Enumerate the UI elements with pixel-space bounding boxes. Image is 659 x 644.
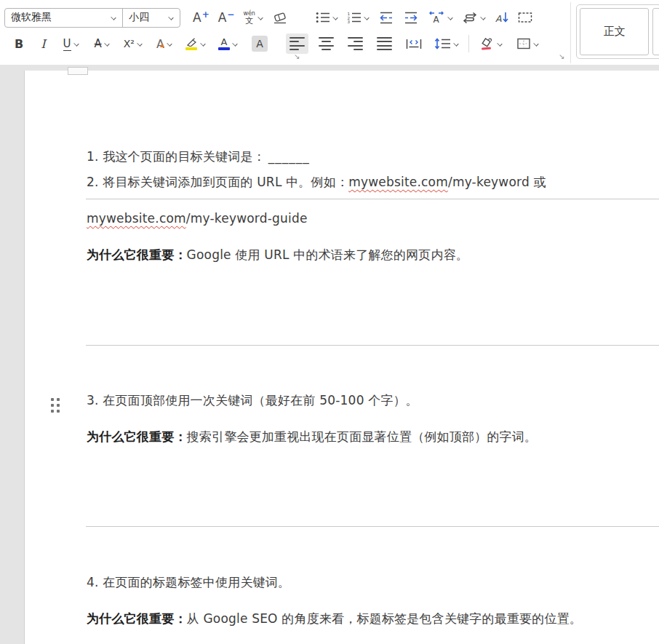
chevron-down-icon (453, 41, 459, 46)
paragraph-drag-handle[interactable] (51, 398, 60, 414)
numbered-list-icon: 1 2 3 (347, 12, 362, 23)
document-page[interactable]: 1. 我这个页面的目标关键词是：______ 2. 将目标关键词添加到页面的 U… (24, 71, 659, 644)
strikethrough-button[interactable]: A (91, 33, 113, 54)
text-effects-button[interactable]: A (153, 33, 176, 54)
increase-indent-icon (403, 12, 419, 24)
underline-icon: U (63, 37, 71, 51)
paragraph-2-why: 为什么它很重要：Google 使用 URL 中的术语来了解您的网页内容。 (87, 246, 468, 263)
shrink-font-icon: A − (218, 12, 235, 24)
highlight-color-button[interactable] (181, 33, 209, 54)
eraser-icon (272, 12, 288, 24)
paragraph-2-line-1: 2. 将目标关键词添加到页面的 URL 中。例如：mywebsite.com/m… (87, 173, 546, 191)
align-center-button[interactable] (315, 33, 338, 54)
grow-font-button[interactable]: A + (189, 7, 213, 28)
sort-icon: A (495, 11, 509, 24)
horizontal-rule (86, 345, 659, 346)
align-right-button[interactable] (344, 33, 367, 54)
align-left-icon (289, 37, 305, 50)
clear-formatting-button[interactable] (268, 7, 292, 28)
chevron-down-icon (111, 15, 116, 20)
ribbon-row-font: 微软雅黑 小四 A + A − (4, 7, 537, 28)
borders-button[interactable] (513, 33, 543, 54)
paragraph-dialog-launcher-icon[interactable]: ↘ (559, 53, 564, 60)
chevron-down-icon (73, 41, 79, 46)
style-item-next[interactable] (652, 8, 659, 55)
highlighter-icon (185, 38, 198, 50)
bullet-list-icon (316, 12, 330, 23)
group-separator (468, 35, 469, 52)
font-color-button[interactable]: A (215, 33, 241, 54)
spellcheck-underlined-text: mywebsite.com (348, 175, 448, 189)
sort-button[interactable]: A (491, 7, 513, 28)
character-shading-button[interactable]: A (248, 33, 271, 54)
paint-bucket-icon (479, 37, 495, 50)
align-center-icon (319, 37, 334, 50)
bold-button[interactable]: B (11, 33, 27, 54)
align-left-button[interactable] (286, 33, 308, 54)
paragraph-3: 3. 在页面顶部使用一次关键词（最好在前 50-100 个字）。 (87, 391, 418, 409)
horizontal-rule (86, 199, 659, 199)
chevron-down-icon (232, 41, 238, 46)
font-dialog-launcher-icon[interactable]: ↘ (294, 53, 300, 60)
ribbon-row-format: B I U A X² A (4, 33, 543, 55)
strikethrough-icon: A (95, 37, 102, 50)
chevron-down-icon (447, 15, 453, 20)
chevron-down-icon (167, 41, 172, 46)
superscript-button[interactable]: X² (120, 33, 146, 54)
shrink-font-button[interactable]: A − (215, 7, 239, 28)
chevron-down-icon (533, 41, 539, 46)
character-scale-icon: A (428, 11, 445, 24)
formatting-ribbon: 微软雅黑 小四 A + A − (0, 0, 659, 65)
chevron-down-icon (168, 15, 174, 20)
svg-text:A: A (495, 13, 502, 24)
font-size-value: 小四 (129, 11, 149, 24)
underline-button[interactable]: U (60, 33, 83, 54)
fill-in-blank: ______ (268, 149, 310, 164)
swap-arrows-icon (462, 12, 478, 24)
character-scale-button[interactable]: A (424, 7, 457, 28)
document-canvas-background: 1. 我这个页面的目标关键词是：______ 2. 将目标关键词添加到页面的 U… (0, 65, 659, 644)
align-right-icon (348, 37, 363, 50)
chevron-down-icon (497, 41, 503, 46)
frame-icon (518, 12, 532, 23)
bullet-list-button[interactable] (312, 7, 342, 28)
page-top-margin-marker[interactable] (68, 67, 88, 75)
character-shading-icon: A (252, 36, 268, 52)
chevron-down-icon (332, 15, 338, 20)
font-name-value: 微软雅黑 (11, 11, 52, 24)
font-combo-group: 微软雅黑 小四 (4, 8, 180, 28)
grow-font-icon: A + (193, 12, 209, 24)
chevron-down-icon (480, 15, 486, 20)
swap-text-button[interactable] (458, 7, 490, 28)
gallery-separator (570, 2, 571, 63)
style-gallery: 正文 (576, 4, 659, 59)
font-name-select[interactable]: 微软雅黑 (5, 9, 123, 27)
distribute-button[interactable] (402, 33, 426, 54)
style-item-body-text[interactable]: 正文 (580, 8, 649, 55)
text-frame-button[interactable] (514, 7, 536, 28)
numbered-list-button[interactable]: 1 2 3 (343, 7, 373, 28)
font-size-select[interactable]: 小四 (123, 9, 180, 27)
paragraph-2-line-2: mywebsite.com/my-keyword-guide (87, 210, 308, 227)
app-window: 微软雅黑 小四 A + A − (0, 0, 659, 644)
chevron-down-icon (364, 15, 370, 20)
text-effects-icon: A (156, 37, 164, 51)
shading-fill-button[interactable] (475, 33, 506, 54)
borders-icon (516, 37, 531, 50)
svg-text:3: 3 (347, 20, 350, 23)
justify-button[interactable] (373, 33, 396, 54)
superscript-icon: X² (124, 38, 135, 49)
italic-button[interactable]: I (37, 33, 49, 54)
line-spacing-button[interactable] (431, 33, 463, 54)
paragraph-4-why: 为什么它很重要：从 Google SEO 的角度来看，标题标签是包含关键字的最重… (87, 610, 582, 627)
chevron-down-icon (137, 41, 143, 46)
increase-indent-button[interactable] (399, 7, 423, 28)
paragraph-4: 4. 在页面的标题标签中使用关键词。 (87, 573, 290, 591)
horizontal-rule (86, 526, 659, 527)
italic-icon: I (41, 37, 45, 51)
spellcheck-underlined-text: mywebsite.com (87, 211, 186, 226)
phonetic-guide-button[interactable]: wén 文 (239, 7, 267, 28)
chevron-down-icon (104, 41, 110, 46)
decrease-indent-button[interactable] (375, 7, 398, 28)
font-color-icon: A (218, 37, 230, 50)
